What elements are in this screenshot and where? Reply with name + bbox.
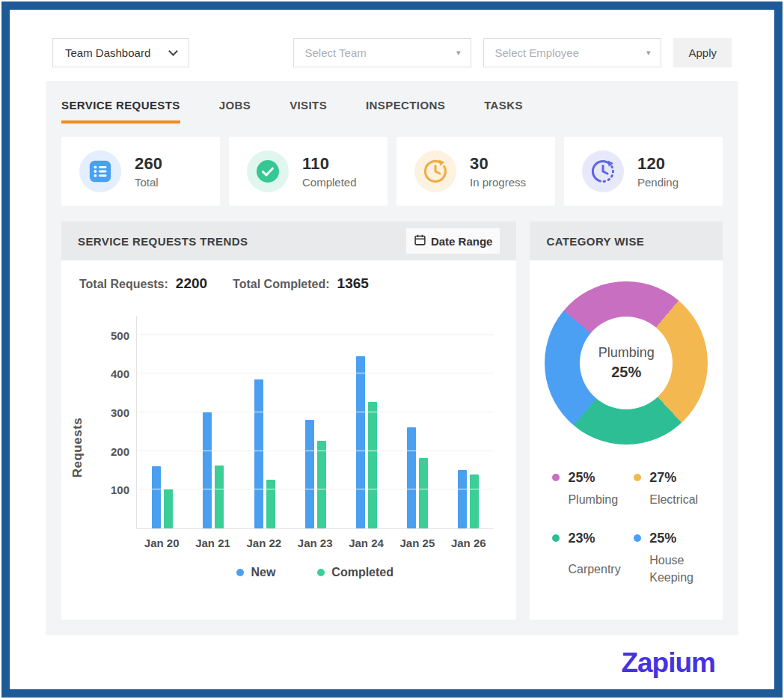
- bar-completed[interactable]: [368, 402, 377, 528]
- legend-item-plumbing: 25% Plumbing: [552, 470, 634, 508]
- legend-item-completed: Completed: [317, 566, 393, 579]
- employee-select-placeholder: Select Employee: [494, 46, 579, 59]
- bar-chart-legend: New Completed: [136, 566, 494, 579]
- bar-completed[interactable]: [317, 441, 326, 528]
- check-icon: [247, 150, 289, 192]
- gridline: [137, 412, 494, 412]
- total-requests-label: Total Requests:: [79, 278, 168, 291]
- clock-pending-icon: [582, 150, 624, 192]
- y-tick-label: 500: [98, 329, 129, 342]
- bar-new[interactable]: [203, 412, 212, 528]
- x-tick-label: Jan 26: [449, 537, 488, 549]
- stat-card-pending: 120 Pending: [564, 137, 723, 206]
- legend-item-electrical: 27% Electrical: [634, 470, 715, 508]
- x-tick-label: Jan 21: [194, 537, 233, 549]
- bar-completed[interactable]: [419, 458, 428, 528]
- tab-service-requests[interactable]: SERVICE REQUESTS: [61, 91, 180, 123]
- list-icon: [79, 150, 121, 192]
- legend-dot-carpentry: [552, 534, 560, 542]
- bar-group: [356, 356, 377, 528]
- y-tick-label: 400: [98, 367, 129, 380]
- legend-dot-new: [236, 569, 244, 576]
- bar-new[interactable]: [356, 356, 365, 528]
- bar-completed[interactable]: [470, 474, 479, 528]
- clock-progress-icon: [414, 150, 456, 192]
- y-tick-label: 100: [98, 483, 129, 496]
- total-requests-value: 2200: [176, 275, 207, 292]
- stat-label: Pending: [637, 176, 679, 189]
- dashboard-select[interactable]: Team Dashboard: [52, 38, 189, 67]
- service-requests-trends-panel: SERVICE REQUESTS TRENDS Date Range: [61, 222, 516, 620]
- legend-label: House Keeping: [649, 552, 703, 586]
- dropdown-arrow-icon: ▾: [646, 48, 651, 58]
- category-panel-title: CATEGORY WISE: [546, 235, 644, 248]
- gridline: [137, 373, 494, 373]
- legend-pct: 23%: [568, 531, 634, 555]
- dashboard-content: SERVICE REQUESTS JOBS VISITS INSPECTIONS…: [46, 81, 738, 635]
- legend-dot-plumbing: [552, 474, 560, 481]
- apply-button[interactable]: Apply: [673, 38, 732, 67]
- bar-plot: 100200300400500: [136, 316, 494, 529]
- chevron-down-icon: [168, 46, 178, 56]
- donut-center: Plumbing 25%: [580, 317, 673, 409]
- legend-dot-electrical: [634, 474, 641, 481]
- bar-group: [254, 379, 275, 528]
- legend-dot-completed: [317, 569, 325, 576]
- stat-label: In progress: [470, 176, 526, 189]
- x-axis-labels: Jan 20Jan 21Jan 22Jan 23Jan 24Jan 25Jan …: [136, 537, 494, 549]
- donut-chart[interactable]: Plumbing 25%: [545, 281, 708, 445]
- footer: Zapium: [36, 635, 748, 679]
- tab-visits[interactable]: VISITS: [290, 91, 327, 123]
- gridline: [137, 335, 494, 335]
- x-tick-label: Jan 23: [295, 537, 334, 549]
- panels-row: SERVICE REQUESTS TRENDS Date Range: [61, 222, 723, 620]
- app-frame: Team Dashboard Select Team ▾ Select Empl…: [1, 1, 783, 698]
- bar-new[interactable]: [458, 470, 467, 528]
- legend-label: New: [251, 566, 275, 579]
- category-legend: 25% Plumbing 27% Electrical 23% Carpentr…: [552, 470, 715, 587]
- tab-inspections[interactable]: INSPECTIONS: [366, 91, 445, 123]
- bar-group: [407, 427, 428, 528]
- total-completed-value: 1365: [337, 275, 369, 292]
- bar-completed[interactable]: [266, 480, 275, 528]
- stat-value: 30: [470, 154, 526, 174]
- stat-label: Total: [135, 176, 162, 189]
- bar-new[interactable]: [305, 420, 314, 528]
- total-completed-label: Total Completed:: [233, 278, 329, 291]
- bar-group: [305, 420, 326, 528]
- dashboard-select-label: Team Dashboard: [65, 46, 150, 59]
- gridline: [137, 489, 494, 489]
- trends-totals: Total Requests: 2200 Total Completed: 13…: [61, 260, 516, 296]
- y-tick-label: 200: [98, 445, 129, 458]
- legend-label: Completed: [331, 566, 393, 579]
- bar-new[interactable]: [407, 427, 416, 528]
- team-select[interactable]: Select Team ▾: [293, 38, 471, 67]
- date-range-label: Date Range: [431, 235, 493, 248]
- bar-completed[interactable]: [164, 489, 173, 528]
- bar-completed[interactable]: [215, 466, 224, 528]
- legend-item-house-keeping: 25% House Keeping: [634, 531, 715, 586]
- tab-jobs[interactable]: JOBS: [219, 91, 251, 123]
- donut-center-value: 25%: [611, 364, 641, 381]
- date-range-button[interactable]: Date Range: [406, 228, 500, 254]
- legend-item-carpentry: 23% Carpentry: [552, 531, 634, 586]
- gridline: [137, 451, 494, 451]
- y-axis-title: Requests: [70, 418, 85, 478]
- tab-tasks[interactable]: TASKS: [484, 91, 523, 123]
- legend-pct: 27%: [649, 470, 715, 486]
- x-tick-label: Jan 25: [398, 537, 437, 549]
- stat-label: Completed: [302, 176, 357, 189]
- category-panel-header: CATEGORY WISE: [530, 222, 723, 260]
- legend-label: Plumbing: [568, 491, 622, 508]
- stat-card-total: 260 Total: [61, 137, 220, 206]
- trends-panel-header: SERVICE REQUESTS TRENDS Date Range: [61, 222, 516, 260]
- legend-pct: 25%: [649, 531, 715, 546]
- bar-new[interactable]: [254, 379, 263, 528]
- bar-new[interactable]: [152, 466, 161, 528]
- legend-label: Electrical: [649, 491, 703, 508]
- bar-group: [152, 466, 173, 528]
- legend-label: Carpentry: [568, 561, 622, 587]
- employee-select[interactable]: Select Employee ▾: [483, 38, 661, 67]
- dropdown-arrow-icon: ▾: [456, 48, 461, 58]
- stat-card-in-progress: 30 In progress: [396, 137, 555, 206]
